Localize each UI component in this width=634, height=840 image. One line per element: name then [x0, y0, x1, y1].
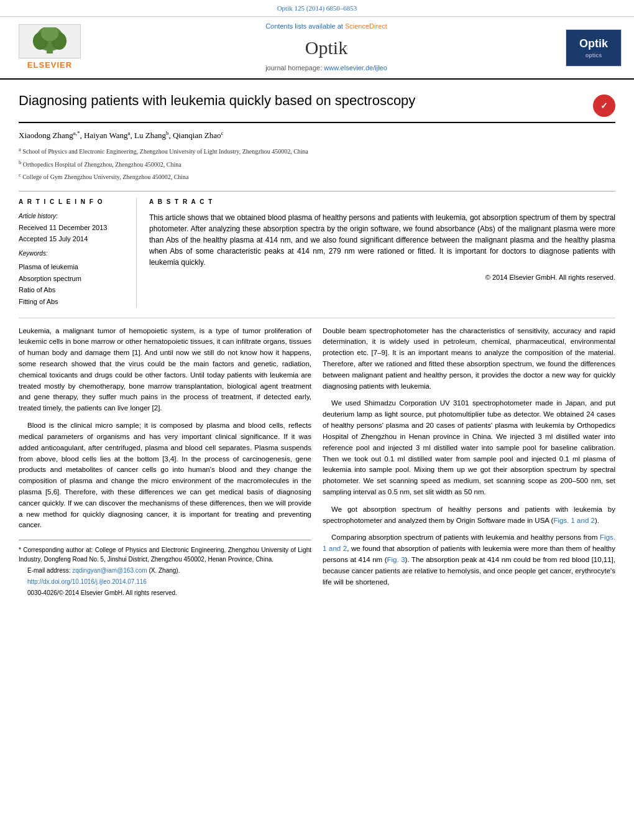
homepage-url[interactable]: www.elsevier.de/ijleo — [324, 64, 387, 72]
author4-sup: c — [221, 130, 224, 136]
keywords-label: Keywords: — [19, 249, 127, 259]
figs-1-2-link[interactable]: Figs. 1 and 2 — [553, 517, 594, 524]
footnote-issn: 0030-4026/© 2014 Elsevier GmbH. All righ… — [19, 588, 311, 598]
received-date: Received 11 December 2013 — [19, 223, 127, 233]
keywords-list: Plasma of leukemia Absorption spectrum R… — [19, 261, 127, 308]
footnote-email: E-mail address: zqdingyan@iam@163.com (X… — [19, 566, 311, 575]
affiliation-b: b Orthopedics Hospital of Zhengzhou, Zhe… — [19, 159, 615, 170]
abstract-text: This article shows that we obtained bloo… — [149, 212, 615, 268]
author4-name: Qianqian Zhao — [173, 131, 221, 141]
affiliation-c: c College of Gym Zhengzhou University, Z… — [19, 171, 615, 182]
body-para-4: We used Shimadzu Corporation UV 3101 spe… — [323, 398, 615, 497]
journal-center: Contents lists available at ScienceDirec… — [93, 22, 559, 73]
elsevier-tree-image — [19, 24, 81, 58]
footnote-star: * Corresponding author at: College of Ph… — [19, 545, 311, 564]
body-col-right: Double beam spectrophotometer has the ch… — [323, 326, 615, 600]
author1-sup: a,* — [73, 130, 80, 136]
svg-text:✓: ✓ — [600, 101, 608, 111]
footnote-section: * Corresponding author at: College of Ph… — [19, 540, 311, 598]
optik-logo: Optik optics — [566, 29, 622, 67]
author3-name: Lu Zhang — [134, 131, 166, 141]
author2-sup: a — [128, 130, 131, 136]
accepted-date: Accepted 15 July 2014 — [19, 234, 127, 244]
affiliations: a School of Physics and Electronic Engin… — [19, 145, 615, 182]
article-content: Diagnosing patients with leukemia quickl… — [0, 80, 634, 612]
optik-logo-sub: optics — [586, 52, 602, 60]
keyword-2: Absorption spectrum — [19, 273, 127, 285]
abstract-col: A B S T R A C T This article shows that … — [149, 198, 615, 307]
doi-bar: Optik 125 (2014) 6850–6853 — [0, 0, 634, 17]
elsevier-text: ELSEVIER — [27, 60, 72, 72]
author3-sup: b — [166, 130, 169, 136]
author2-name: Haiyan Wang — [84, 131, 128, 141]
email-link[interactable]: zqdingyan@iam@163.com — [72, 567, 147, 574]
doi-text: Optik 125 (2014) 6850–6853 — [277, 4, 357, 12]
body-columns: Leukemia, a malignant tumor of hemopoiet… — [19, 318, 615, 600]
copyright-line: © 2014 Elsevier GmbH. All rights reserve… — [149, 273, 615, 283]
authors-line: Xiaodong Zhanga,*, Haiyan Wanga, Lu Zhan… — [19, 129, 615, 142]
page-wrapper: Optik 125 (2014) 6850–6853 ELSEVIER Cont… — [0, 0, 634, 612]
elsevier-logo: ELSEVIER — [12, 24, 87, 72]
article-title-text: Diagnosing patients with leukemia quickl… — [19, 92, 587, 110]
body-para-6: Comparing absorption spectrum of patient… — [323, 532, 615, 588]
body-para-1: Leukemia, a malignant tumor of hemopoiet… — [19, 326, 311, 415]
body-para-3: Double beam spectrophotometer has the ch… — [323, 326, 615, 392]
sciencedirect-anchor[interactable]: ScienceDirect — [345, 22, 387, 30]
author1-name: Xiaodong Zhang — [19, 131, 73, 141]
sciencedirect-link: Contents lists available at ScienceDirec… — [93, 22, 559, 32]
doi-link[interactable]: http://dx.doi.org/10.1016/j.ijleo.2014.0… — [27, 578, 147, 585]
journal-title: Optik — [93, 34, 559, 62]
body-para-5: We got absorption spectrum of healthy pe… — [323, 504, 615, 527]
journal-header: ELSEVIER Contents lists available at Sci… — [0, 17, 634, 80]
history-label: Article history: — [19, 212, 127, 221]
footnote-doi: http://dx.doi.org/10.1016/j.ijleo.2014.0… — [19, 577, 311, 586]
body-col-left: Leukemia, a malignant tumor of hemopoiet… — [19, 326, 311, 600]
affiliation-a: a School of Physics and Electronic Engin… — [19, 145, 615, 157]
body-para-2: Blood is the clinical micro sample; it i… — [19, 420, 311, 531]
keyword-3: Ratio of Abs — [19, 284, 127, 296]
article-info-col: A R T I C L E I N F O Article history: R… — [19, 198, 137, 307]
journal-homepage: journal homepage: www.elsevier.de/ijleo — [93, 63, 559, 73]
article-title-row: Diagnosing patients with leukemia quickl… — [19, 92, 615, 123]
figs-ref-link[interactable]: Figs. 1 and 2 — [323, 533, 615, 552]
info-abstract-section: A R T I C L E I N F O Article history: R… — [19, 191, 615, 307]
crossmark-badge: ✓ — [593, 95, 615, 117]
article-info-label: A R T I C L E I N F O — [19, 198, 127, 207]
keyword-4: Fitting of Abs — [19, 296, 127, 308]
keyword-1: Plasma of leukemia — [19, 261, 127, 273]
abstract-label: A B S T R A C T — [149, 198, 615, 207]
fig3-link[interactable]: Fig. 3 — [387, 556, 405, 563]
